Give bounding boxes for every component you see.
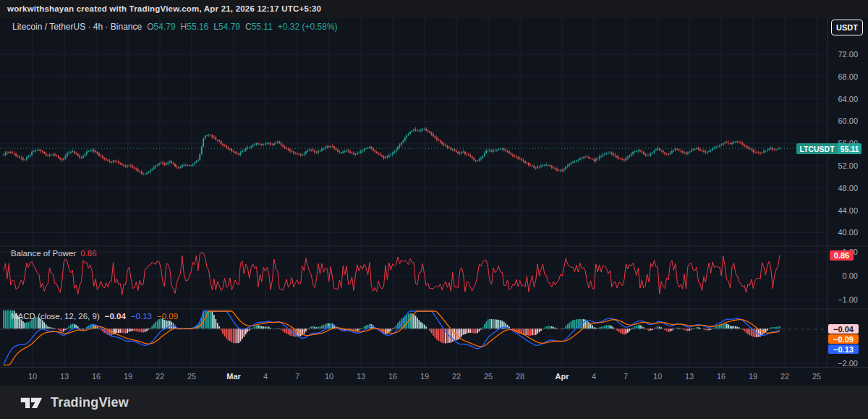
ohlc-key: L [213, 22, 218, 32]
price-tick: −1.00 [838, 295, 858, 304]
tradingview-screenshot: workwithshayan created with TradingView.… [0, 0, 868, 419]
time-tick: 10 [642, 372, 673, 381]
macd-line-label: −0.13 [828, 344, 859, 354]
tradingview-brand-text[interactable]: TradingView [51, 395, 129, 410]
price-tick: 40.00 [838, 228, 858, 237]
chart-area[interactable]: Litecoin / TetherUS · 4h · BinanceO54.79… [0, 18, 868, 386]
time-tick: 13 [673, 372, 705, 381]
time-tick: 22 [769, 372, 801, 381]
macd-legend: MACD (close, 12, 26, 9)−0.04−0.13−0.09 [11, 312, 178, 321]
candlestick-chart[interactable] [0, 18, 868, 386]
time-tick: 22 [144, 372, 176, 381]
ohlc-key: O [147, 22, 153, 32]
time-tick: 4 [250, 372, 281, 381]
bop-legend: Balance of Power0.86 [11, 249, 97, 258]
macd-hist-label: −0.04 [828, 324, 859, 334]
macd-line-value: −0.13 [131, 312, 152, 321]
caption-text: workwithshayan created with TradingView.… [7, 4, 321, 13]
time-tick: 7 [281, 372, 313, 381]
price-tick: −2.00 [838, 359, 858, 368]
bop-value: 0.86 [80, 249, 96, 258]
macd-signal-label: −0.09 [828, 334, 859, 344]
time-tick: 19 [112, 372, 144, 381]
caption-bar: workwithshayan created with TradingView.… [0, 0, 868, 18]
time-tick: Apr [546, 372, 578, 381]
ohlc-key: H [181, 22, 187, 32]
time-tick: 25 [801, 372, 833, 381]
time-tick: 4 [578, 372, 610, 381]
ohlc-value: 54.79 [218, 22, 240, 32]
symbol-title[interactable]: Litecoin / TetherUS · 4h · Binance [12, 22, 142, 32]
ohlc-value: 55.11 [252, 22, 273, 32]
macd-signal-value: −0.09 [157, 312, 178, 321]
price-tick: 60.00 [838, 117, 858, 125]
time-tick: 22 [441, 372, 472, 381]
time-tick: 16 [80, 372, 112, 381]
time-tick: 10 [313, 372, 345, 381]
currency-button[interactable]: USDT [831, 20, 863, 35]
time-tick: 7 [610, 372, 642, 381]
bop-value-label: 0.86 [830, 250, 854, 261]
price-tick: 0.00 [843, 271, 858, 280]
macd-hist-value: −0.04 [105, 312, 126, 321]
bop-title[interactable]: Balance of Power [11, 249, 76, 258]
price-axis-divider [827, 18, 827, 367]
footer-bar: TradingView [0, 386, 868, 419]
time-tick: 25 [176, 372, 208, 381]
price-label-value: 55.11 [838, 143, 861, 154]
time-tick: Mar [218, 372, 250, 381]
time-tick: 13 [345, 372, 377, 381]
time-axis[interactable]: 101316192225Mar4710131619222528Apr471013… [0, 367, 868, 386]
price-tick: 64.00 [838, 95, 858, 103]
price-tick: 44.00 [838, 206, 858, 215]
time-tick: 13 [48, 372, 80, 381]
change-percent: +0.32 (+0.58%) [278, 22, 338, 32]
time-tick: 19 [737, 372, 769, 381]
price-tick: 52.00 [838, 161, 858, 170]
symbol-legend: Litecoin / TetherUS · 4h · BinanceO54.79… [12, 22, 338, 32]
time-tick: 28 [504, 372, 536, 381]
current-price-label: LTCUSDT 55.11 [796, 143, 861, 154]
time-tick: 16 [705, 372, 737, 381]
price-tick: 48.00 [838, 184, 858, 192]
price-label-symbol: LTCUSDT [796, 143, 838, 154]
time-tick: 19 [409, 372, 441, 381]
ohlc-value: 54.79 [154, 22, 176, 32]
tradingview-logo-icon[interactable] [20, 393, 43, 412]
price-tick: 68.00 [838, 72, 858, 81]
time-tick: 10 [17, 372, 48, 381]
time-tick: 16 [377, 372, 409, 381]
time-tick: 25 [472, 372, 504, 381]
price-tick: 72.00 [838, 50, 858, 59]
ohlc-readout: O54.79H55.16L54.79C55.11 [142, 22, 273, 32]
ohlc-value: 55.16 [187, 22, 208, 32]
macd-title[interactable]: MACD (close, 12, 26, 9) [11, 312, 100, 321]
ohlc-key: C [245, 22, 252, 32]
